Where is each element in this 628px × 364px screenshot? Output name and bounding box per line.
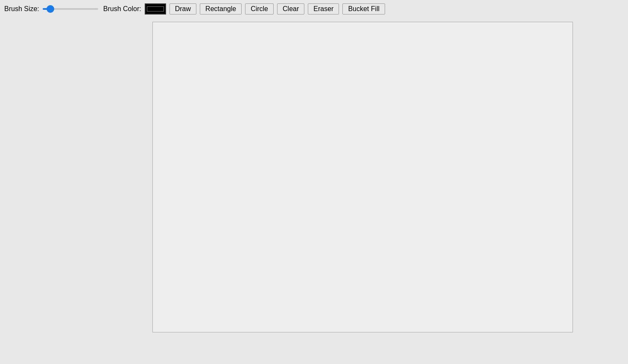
drawing-canvas[interactable] xyxy=(152,22,573,332)
canvas-area xyxy=(0,17,628,337)
toolbar: Brush Size: Brush Color: Draw Rectangle … xyxy=(0,0,628,17)
brush-size-slider[interactable] xyxy=(43,8,98,10)
eraser-button[interactable]: Eraser xyxy=(308,3,339,15)
bucket-fill-button[interactable]: Bucket Fill xyxy=(342,3,385,15)
brush-color-label: Brush Color: xyxy=(103,5,141,13)
brush-color-picker[interactable] xyxy=(145,3,166,15)
clear-button[interactable]: Clear xyxy=(277,3,304,15)
draw-button[interactable]: Draw xyxy=(169,3,196,15)
circle-button[interactable]: Circle xyxy=(245,3,274,15)
rectangle-button[interactable]: Rectangle xyxy=(200,3,242,15)
brush-size-label: Brush Size: xyxy=(4,5,39,13)
